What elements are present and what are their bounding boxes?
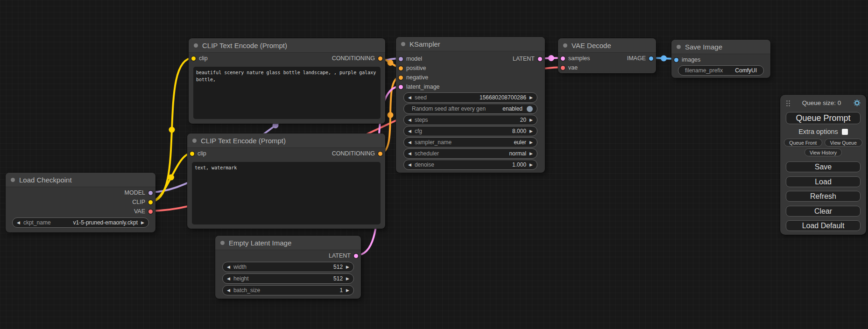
increment-arrow-icon[interactable]: ▶: [346, 277, 349, 281]
node-title-bar[interactable]: Save Image: [671, 40, 770, 54]
decrement-arrow-icon[interactable]: ◀: [17, 221, 20, 225]
node-empty-latent-image[interactable]: Empty Latent Image LATENT ◀ width 512 ▶ …: [215, 236, 361, 299]
node-title-bar[interactable]: KSampler: [396, 37, 545, 51]
batch-size-widget[interactable]: ◀ batch_size 1 ▶: [222, 285, 354, 295]
queue-front-button[interactable]: Queue Front: [784, 139, 822, 147]
link-midpoint-dot[interactable]: [169, 127, 175, 133]
node-collapse-dot[interactable]: [220, 241, 225, 245]
increment-arrow-icon[interactable]: ▶: [529, 152, 533, 156]
clear-button[interactable]: Clear: [786, 206, 861, 217]
negative-input-port[interactable]: [399, 76, 403, 80]
height-widget[interactable]: ◀ height 512 ▶: [222, 273, 354, 284]
increment-arrow-icon[interactable]: ▶: [529, 163, 533, 167]
decrement-arrow-icon[interactable]: ◀: [408, 118, 411, 122]
node-ksampler[interactable]: KSampler model LATENT positive negative …: [396, 37, 545, 173]
decrement-arrow-icon[interactable]: ◀: [408, 163, 411, 167]
extra-options-checkbox[interactable]: [842, 129, 848, 135]
node-title-bar[interactable]: Empty Latent Image: [215, 236, 361, 250]
clip-input-port[interactable]: [191, 56, 196, 61]
node-collapse-dot[interactable]: [677, 45, 681, 49]
images-input-port[interactable]: [674, 58, 678, 62]
latent-output-port[interactable]: [538, 57, 542, 61]
node-vae-decode[interactable]: VAE Decode samples IMAGE vae: [558, 38, 656, 73]
increment-arrow-icon[interactable]: ▶: [529, 140, 533, 145]
node-title-bar[interactable]: VAE Decode: [558, 38, 656, 53]
node-collapse-dot[interactable]: [11, 178, 15, 182]
denoise-widget[interactable]: ◀ denoise 1.000 ▶: [403, 160, 537, 170]
queue-prompt-button[interactable]: Queue Prompt: [786, 112, 861, 124]
widget-value: 20: [431, 117, 526, 123]
vae-output-port[interactable]: [148, 210, 153, 214]
increment-arrow-icon[interactable]: ▶: [529, 118, 533, 122]
node-collapse-dot[interactable]: [563, 43, 567, 48]
positive-input-port[interactable]: [399, 66, 403, 70]
decrement-arrow-icon[interactable]: ◀: [227, 277, 230, 281]
link-midpoint-dot[interactable]: [548, 55, 554, 61]
node-save-image[interactable]: Save Image images filename_prefix ComfyU…: [671, 40, 770, 78]
model-input-port[interactable]: [399, 57, 403, 61]
decrement-arrow-icon[interactable]: ◀: [227, 288, 230, 293]
clip-output-port[interactable]: [148, 200, 153, 204]
steps-widget[interactable]: ◀ steps 20 ▶: [403, 115, 537, 125]
widget-value: v1-5-pruned-emaonly.ckpt: [54, 219, 138, 226]
clip-input-port[interactable]: [190, 152, 194, 156]
node-clip-text-encode-negative[interactable]: CLIP Text Encode (Prompt) clip CONDITION…: [187, 133, 385, 229]
node-title-bar[interactable]: CLIP Text Encode (Prompt): [189, 38, 385, 53]
load-button[interactable]: Load: [786, 176, 861, 187]
save-button[interactable]: Save: [786, 161, 861, 172]
decrement-arrow-icon[interactable]: ◀: [227, 265, 230, 269]
widget-label: scheduler: [415, 150, 439, 157]
input-label-images: images: [682, 56, 700, 63]
extra-options-label: Extra options: [798, 128, 838, 135]
increment-arrow-icon[interactable]: ▶: [529, 96, 533, 100]
load-default-button[interactable]: Load Default: [786, 220, 861, 231]
refresh-button[interactable]: Refresh: [786, 191, 861, 202]
increment-arrow-icon[interactable]: ▶: [346, 288, 349, 293]
view-queue-button[interactable]: View Queue: [825, 139, 863, 147]
filename-prefix-widget[interactable]: filename_prefix ComfyUI: [678, 65, 764, 76]
conditioning-output-port[interactable]: [378, 56, 382, 61]
model-output-port[interactable]: [148, 191, 153, 195]
image-output-port[interactable]: [649, 56, 653, 61]
node-collapse-dot[interactable]: [401, 42, 405, 46]
link-midpoint-dot[interactable]: [661, 56, 667, 62]
drag-handle[interactable]: [785, 99, 790, 106]
node-clip-text-encode-positive[interactable]: CLIP Text Encode (Prompt) clip CONDITION…: [189, 38, 385, 124]
decrement-arrow-icon[interactable]: ◀: [408, 152, 411, 156]
random-seed-toggle-widget[interactable]: Random seed after every gen enabled: [403, 104, 537, 114]
link-midpoint-dot[interactable]: [388, 60, 394, 66]
sampler-name-widget[interactable]: ◀ sampler_name euler ▶: [403, 137, 537, 147]
decrement-arrow-icon[interactable]: ◀: [408, 140, 411, 145]
width-widget[interactable]: ◀ width 512 ▶: [222, 262, 354, 272]
seed-widget[interactable]: ◀ seed 156680208700286 ▶: [403, 92, 537, 103]
increment-arrow-icon[interactable]: ▶: [346, 265, 349, 269]
positive-prompt-textarea[interactable]: beautiful scenery nature glass bottle la…: [193, 67, 381, 119]
link-midpoint-dot[interactable]: [168, 175, 174, 181]
toggle-enabled-dot[interactable]: [527, 106, 533, 112]
samples-input-port[interactable]: [561, 56, 565, 61]
node-load-checkpoint[interactable]: Load Checkpoint MODEL CLIP VAE ◀ ckpt_na…: [6, 173, 155, 232]
negative-prompt-textarea[interactable]: text, watermark: [192, 162, 381, 224]
ckpt-name-widget[interactable]: ◀ ckpt_name v1-5-pruned-emaonly.ckpt ▶: [12, 217, 149, 228]
cfg-widget[interactable]: ◀ cfg 8.000 ▶: [403, 126, 537, 136]
node-title-bar[interactable]: CLIP Text Encode (Prompt): [187, 133, 385, 148]
node-graph-canvas[interactable]: Load Checkpoint MODEL CLIP VAE ◀ ckpt_na…: [0, 0, 868, 329]
increment-arrow-icon[interactable]: ▶: [141, 221, 144, 225]
view-history-button[interactable]: View History: [804, 148, 842, 156]
decrement-arrow-icon[interactable]: ◀: [408, 96, 411, 100]
node-collapse-dot[interactable]: [192, 139, 197, 143]
latent-image-input-port[interactable]: [399, 85, 403, 89]
node-title-bar[interactable]: Load Checkpoint: [6, 173, 155, 187]
decrement-arrow-icon[interactable]: ◀: [408, 129, 411, 133]
settings-gear-icon[interactable]: [853, 99, 861, 107]
increment-arrow-icon[interactable]: ▶: [529, 129, 533, 133]
scheduler-widget[interactable]: ◀ scheduler normal ▶: [403, 148, 537, 159]
link-midpoint-dot[interactable]: [388, 112, 394, 118]
widget-label: width: [233, 264, 247, 270]
widget-label: Random seed after every gen: [412, 105, 486, 112]
output-label-conditioning: CONDITIONING: [332, 150, 375, 157]
conditioning-output-port[interactable]: [378, 152, 382, 156]
latent-output-port[interactable]: [354, 254, 358, 258]
vae-input-port[interactable]: [561, 66, 565, 70]
node-collapse-dot[interactable]: [194, 43, 198, 48]
